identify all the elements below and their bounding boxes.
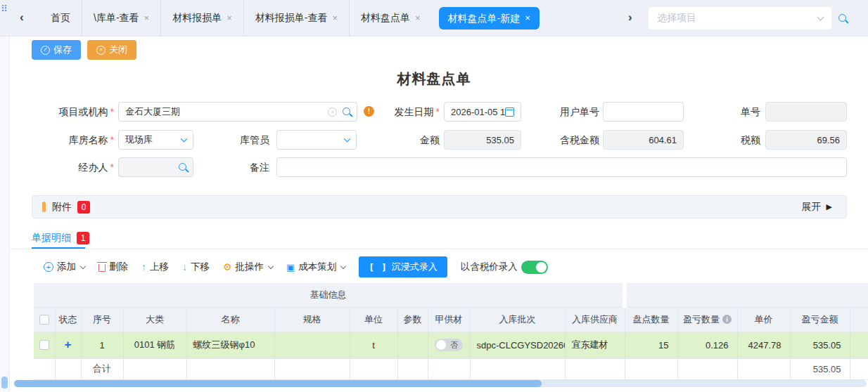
cell-name[interactable]: 螺纹三级钢φ10 [186, 332, 274, 358]
drag-handle-icon[interactable]: ⠿ [1, 5, 9, 13]
cell-diff-amount[interactable]: 535.05 [790, 332, 850, 358]
batch-ops-button[interactable]: ⚙ 批操作 [223, 261, 273, 273]
chevron-down-icon [181, 135, 188, 142]
calendar-icon[interactable] [505, 107, 514, 117]
tax-entry-toggle[interactable] [521, 261, 548, 274]
date-input[interactable]: 2026-01-05 1 [444, 102, 521, 122]
horizontal-scrollbar-track[interactable] [14, 380, 867, 387]
user-no-input[interactable] [603, 102, 684, 122]
cell-diff-qty[interactable]: 0.126 [677, 332, 737, 358]
row-checkbox[interactable] [39, 340, 49, 350]
add-button[interactable]: + 添加 [44, 261, 85, 273]
col-diff-qty: 盈亏数量i [677, 307, 737, 332]
grid-toolbar: + 添加 删除 ↑ 上移 ↓ 下移 ⚙ 批操作 ▣ 成本策划 [ ] 沉浸式录入 [44, 256, 548, 277]
detail-count-badge: 1 [77, 232, 89, 244]
close-icon[interactable]: × [415, 13, 421, 22]
cell-batch[interactable]: sdpc-CLCGYSD202601 [470, 332, 565, 358]
keeper-label: 库管员 [204, 130, 269, 150]
cell-supplier[interactable]: 宜东建材 [565, 332, 625, 358]
col-diff-amount: 盈亏金额 [790, 307, 850, 332]
info-icon[interactable]: i [722, 315, 732, 324]
col-unit-price: 单价 [737, 307, 790, 332]
amount-tax-input: 604.61 [603, 130, 684, 150]
tax-label: 税额 [689, 130, 760, 150]
sidebar-scrollbar[interactable] [1, 377, 8, 388]
cell-status[interactable]: + [55, 332, 81, 358]
group-header-basic-info: 基础信息 [34, 283, 625, 307]
close-icon[interactable]: × [525, 13, 530, 22]
immersive-entry-button[interactable]: [ ] 沉浸式录入 [359, 256, 447, 277]
gear-icon: ⚙ [223, 262, 232, 272]
project-select[interactable]: 选择项目 [649, 7, 831, 30]
tab-home[interactable]: 首页 [39, 0, 82, 37]
keeper-select[interactable] [276, 130, 357, 150]
tab-detail-list[interactable]: 单据明细 1 [32, 232, 89, 244]
project-input[interactable]: 金石大厦三期 × [118, 102, 357, 122]
clear-icon[interactable]: × [328, 107, 337, 117]
col-spec: 规格 [274, 307, 350, 332]
col-name: 名称 [186, 307, 274, 332]
tab-material-inventory-new[interactable]: 材料盘点单-新建× [439, 7, 540, 30]
trash-icon [98, 264, 106, 272]
attachment-bar[interactable]: 附件 0 展开 ▶ [32, 195, 847, 218]
table-row: + 1 0101 钢筋 螺纹三级钢φ10 t 否 sdpc-CLCGYSD202… [34, 332, 868, 358]
warehouse-label: 库房名称 [28, 130, 114, 150]
cell-unit[interactable]: t [350, 332, 397, 358]
tab-material-damage-view[interactable]: 材料报损单-查看× [243, 0, 349, 37]
move-up-button[interactable]: ↑ 上移 [141, 261, 169, 273]
horizontal-scrollbar-thumb[interactable] [14, 380, 542, 387]
amount-label: 金额 [380, 130, 440, 150]
x-circle-icon: × [96, 46, 106, 55]
tab-material-inventory[interactable]: 材料盘点单× [349, 0, 432, 37]
search-icon[interactable] [838, 12, 846, 25]
warehouse-select[interactable]: 现场库 [118, 130, 193, 150]
save-button[interactable]: ✓ 保存 [32, 40, 81, 60]
col-seq: 序号 [81, 307, 123, 332]
col-count-qty: 盘点数量 [625, 307, 677, 332]
collapsed-sidebar [0, 37, 10, 392]
cell-seq[interactable]: 1 [81, 332, 123, 358]
cell-category[interactable]: 0101 钢筋 [123, 332, 186, 358]
expand-button[interactable]: 展开 ▶ [802, 201, 832, 214]
tabs-scroll-right-icon[interactable]: › [628, 0, 632, 37]
total-label: 合计 [81, 358, 123, 379]
project-select-placeholder: 选择项目 [657, 12, 696, 25]
doc-no-label: 单号 [689, 102, 760, 122]
select-all-checkbox[interactable] [39, 315, 49, 325]
header-checkbox-cell [34, 307, 55, 332]
date-label: 发生日期 [366, 102, 440, 122]
col-param: 参数 [397, 307, 428, 332]
cell-param[interactable] [397, 332, 428, 358]
close-icon[interactable]: × [226, 13, 232, 22]
doc-no-input [765, 102, 847, 122]
cell-unit-price[interactable]: 4247.78 [737, 332, 790, 358]
cell-spec[interactable] [274, 332, 350, 358]
tab-material-damage[interactable]: 材料报损单× [160, 0, 243, 37]
cell-count-qty[interactable]: 15 [625, 332, 677, 358]
search-icon[interactable] [343, 107, 350, 117]
divider [11, 249, 868, 249]
cell-owner-supplied: 否 [428, 332, 470, 358]
tab-list: 首页 \库单-查看× 材料报损单× 材料报损单-查看× 材料盘点单× 材料盘点单… [39, 0, 547, 37]
move-down-button[interactable]: ↓ 下移 [182, 261, 210, 273]
search-icon[interactable] [179, 162, 186, 173]
handler-input[interactable] [118, 157, 193, 177]
remark-input[interactable] [276, 157, 847, 177]
tabs-scroll-left-icon[interactable]: ‹ [20, 0, 24, 37]
cost-plan-button[interactable]: ▣ 成本策划 [286, 261, 345, 273]
col-owner-supplied: 甲供材 [428, 307, 470, 332]
tab-outbound-view[interactable]: \库单-查看× [82, 0, 160, 37]
owner-supplied-toggle[interactable]: 否 [435, 339, 463, 351]
close-button[interactable]: × 关闭 [87, 40, 136, 60]
col-supplier: 入库供应商 [565, 307, 625, 332]
close-icon[interactable]: × [332, 13, 338, 22]
chevron-down-icon [344, 135, 351, 142]
detail-table: 基础信息 状态 序号 大类 名称 规格 单位 参数 甲供材 入库批次 入库供应商… [34, 283, 868, 380]
group-header-quantities [625, 283, 868, 307]
chevron-down-icon [80, 263, 86, 268]
tax-entry-switch-group: 以含税价录入 [461, 261, 548, 274]
close-icon[interactable]: × [144, 13, 150, 22]
plus-circle-icon: + [44, 262, 53, 272]
delete-button[interactable]: 删除 [98, 261, 128, 273]
table-group-header-row: 基础信息 [34, 283, 868, 307]
